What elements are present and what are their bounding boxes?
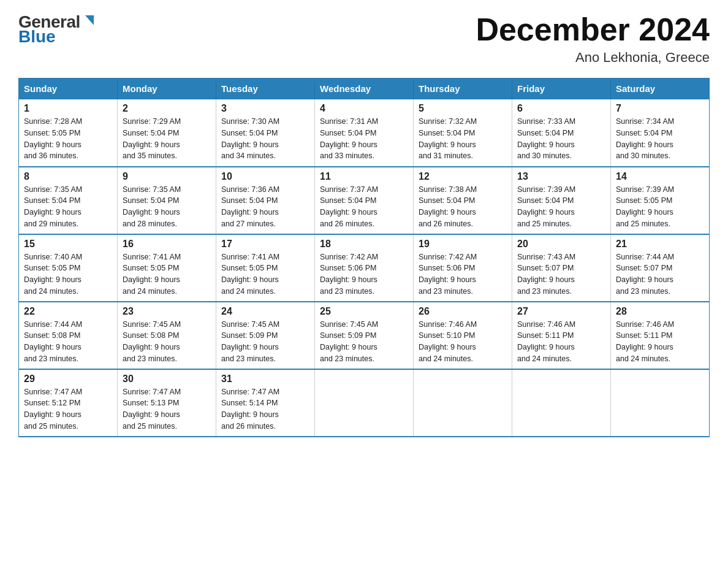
day-number: 26 (419, 306, 507, 317)
day-info: Sunrise: 7:47 AM Sunset: 5:13 PM Dayligh… (123, 386, 211, 432)
day-info: Sunrise: 7:38 AM Sunset: 5:04 PM Dayligh… (419, 184, 507, 230)
day-info: Sunrise: 7:41 AM Sunset: 5:05 PM Dayligh… (123, 251, 211, 297)
day-number: 3 (221, 103, 309, 114)
calendar-weekday-thursday: Thursday (414, 79, 512, 99)
calendar-cell: 13Sunrise: 7:39 AM Sunset: 5:04 PM Dayli… (512, 167, 611, 234)
day-number: 10 (221, 171, 309, 182)
calendar-cell: 15Sunrise: 7:40 AM Sunset: 5:05 PM Dayli… (19, 234, 118, 302)
day-number: 9 (123, 171, 211, 182)
day-info: Sunrise: 7:46 AM Sunset: 5:10 PM Dayligh… (419, 319, 507, 365)
day-number: 23 (123, 306, 211, 317)
calendar-cell: 17Sunrise: 7:41 AM Sunset: 5:05 PM Dayli… (216, 234, 315, 302)
calendar-week-row: 29Sunrise: 7:47 AM Sunset: 5:12 PM Dayli… (19, 369, 710, 437)
calendar-cell: 12Sunrise: 7:38 AM Sunset: 5:04 PM Dayli… (414, 167, 512, 234)
calendar-cell (512, 369, 611, 437)
svg-marker-0 (85, 15, 94, 25)
calendar-cell: 16Sunrise: 7:41 AM Sunset: 5:05 PM Dayli… (118, 234, 216, 302)
day-number: 5 (419, 103, 507, 114)
day-info: Sunrise: 7:32 AM Sunset: 5:04 PM Dayligh… (419, 116, 507, 162)
calendar-cell (414, 369, 512, 437)
calendar-cell: 4Sunrise: 7:31 AM Sunset: 5:04 PM Daylig… (315, 99, 414, 167)
month-title: December 2024 (476, 12, 710, 47)
calendar-weekday-monday: Monday (118, 79, 216, 99)
calendar-weekday-saturday: Saturday (611, 79, 710, 99)
day-info: Sunrise: 7:45 AM Sunset: 5:09 PM Dayligh… (221, 319, 309, 365)
day-info: Sunrise: 7:45 AM Sunset: 5:08 PM Dayligh… (123, 319, 211, 365)
calendar-cell: 29Sunrise: 7:47 AM Sunset: 5:12 PM Dayli… (19, 369, 118, 437)
calendar-cell: 18Sunrise: 7:42 AM Sunset: 5:06 PM Dayli… (315, 234, 414, 302)
calendar-weekday-wednesday: Wednesday (315, 79, 414, 99)
calendar-header-row: SundayMondayTuesdayWednesdayThursdayFrid… (19, 79, 710, 99)
logo-arrow-icon (83, 14, 96, 30)
calendar-cell: 25Sunrise: 7:45 AM Sunset: 5:09 PM Dayli… (315, 302, 414, 369)
day-info: Sunrise: 7:30 AM Sunset: 5:04 PM Dayligh… (221, 116, 309, 162)
day-info: Sunrise: 7:44 AM Sunset: 5:08 PM Dayligh… (24, 319, 112, 365)
day-info: Sunrise: 7:44 AM Sunset: 5:07 PM Dayligh… (616, 251, 704, 297)
logo: General Blue (18, 12, 96, 47)
day-number: 6 (517, 103, 605, 114)
title-block: December 2024 Ano Lekhonia, Greece (476, 12, 710, 66)
day-info: Sunrise: 7:31 AM Sunset: 5:04 PM Dayligh… (320, 116, 408, 162)
day-info: Sunrise: 7:42 AM Sunset: 5:06 PM Dayligh… (419, 251, 507, 297)
day-info: Sunrise: 7:43 AM Sunset: 5:07 PM Dayligh… (517, 251, 605, 297)
day-info: Sunrise: 7:42 AM Sunset: 5:06 PM Dayligh… (320, 251, 408, 297)
day-info: Sunrise: 7:47 AM Sunset: 5:14 PM Dayligh… (221, 386, 309, 432)
calendar-cell: 6Sunrise: 7:33 AM Sunset: 5:04 PM Daylig… (512, 99, 611, 167)
calendar-cell: 23Sunrise: 7:45 AM Sunset: 5:08 PM Dayli… (118, 302, 216, 369)
calendar-week-row: 1Sunrise: 7:28 AM Sunset: 5:05 PM Daylig… (19, 99, 710, 167)
calendar-cell: 22Sunrise: 7:44 AM Sunset: 5:08 PM Dayli… (19, 302, 118, 369)
day-number: 18 (320, 239, 408, 250)
day-number: 22 (24, 306, 112, 317)
day-number: 11 (320, 171, 408, 182)
calendar-cell: 30Sunrise: 7:47 AM Sunset: 5:13 PM Dayli… (118, 369, 216, 437)
day-info: Sunrise: 7:36 AM Sunset: 5:04 PM Dayligh… (221, 184, 309, 230)
day-number: 29 (24, 373, 112, 385)
calendar-cell (611, 369, 710, 437)
calendar-weekday-friday: Friday (512, 79, 611, 99)
calendar-cell: 19Sunrise: 7:42 AM Sunset: 5:06 PM Dayli… (414, 234, 512, 302)
day-number: 24 (221, 306, 309, 317)
calendar-cell (315, 369, 414, 437)
calendar-cell: 20Sunrise: 7:43 AM Sunset: 5:07 PM Dayli… (512, 234, 611, 302)
day-number: 15 (24, 239, 112, 250)
calendar-week-row: 15Sunrise: 7:40 AM Sunset: 5:05 PM Dayli… (19, 234, 710, 302)
day-number: 4 (320, 103, 408, 114)
day-info: Sunrise: 7:29 AM Sunset: 5:04 PM Dayligh… (123, 116, 211, 162)
calendar-cell: 11Sunrise: 7:37 AM Sunset: 5:04 PM Dayli… (315, 167, 414, 234)
day-number: 13 (517, 171, 605, 182)
calendar-cell: 7Sunrise: 7:34 AM Sunset: 5:04 PM Daylig… (611, 99, 710, 167)
calendar-cell: 9Sunrise: 7:35 AM Sunset: 5:04 PM Daylig… (118, 167, 216, 234)
day-info: Sunrise: 7:37 AM Sunset: 5:04 PM Dayligh… (320, 184, 408, 230)
day-number: 28 (616, 306, 704, 317)
day-info: Sunrise: 7:39 AM Sunset: 5:05 PM Dayligh… (616, 184, 704, 230)
day-number: 12 (419, 171, 507, 182)
day-number: 30 (123, 373, 211, 385)
day-number: 31 (221, 373, 309, 385)
calendar-week-row: 22Sunrise: 7:44 AM Sunset: 5:08 PM Dayli… (19, 302, 710, 369)
day-info: Sunrise: 7:45 AM Sunset: 5:09 PM Dayligh… (320, 319, 408, 365)
day-info: Sunrise: 7:46 AM Sunset: 5:11 PM Dayligh… (517, 319, 605, 365)
day-info: Sunrise: 7:28 AM Sunset: 5:05 PM Dayligh… (24, 116, 112, 162)
logo-blue-text: Blue (18, 27, 56, 47)
day-info: Sunrise: 7:40 AM Sunset: 5:05 PM Dayligh… (24, 251, 112, 297)
calendar-cell: 10Sunrise: 7:36 AM Sunset: 5:04 PM Dayli… (216, 167, 315, 234)
day-number: 27 (517, 306, 605, 317)
calendar-weekday-tuesday: Tuesday (216, 79, 315, 99)
day-info: Sunrise: 7:34 AM Sunset: 5:04 PM Dayligh… (616, 116, 704, 162)
day-number: 8 (24, 171, 112, 182)
day-info: Sunrise: 7:39 AM Sunset: 5:04 PM Dayligh… (517, 184, 605, 230)
day-number: 20 (517, 239, 605, 250)
day-info: Sunrise: 7:35 AM Sunset: 5:04 PM Dayligh… (123, 184, 211, 230)
day-number: 1 (24, 103, 112, 114)
calendar-cell: 2Sunrise: 7:29 AM Sunset: 5:04 PM Daylig… (118, 99, 216, 167)
calendar-cell: 5Sunrise: 7:32 AM Sunset: 5:04 PM Daylig… (414, 99, 512, 167)
calendar-cell: 1Sunrise: 7:28 AM Sunset: 5:05 PM Daylig… (19, 99, 118, 167)
day-number: 25 (320, 306, 408, 317)
day-info: Sunrise: 7:33 AM Sunset: 5:04 PM Dayligh… (517, 116, 605, 162)
day-info: Sunrise: 7:47 AM Sunset: 5:12 PM Dayligh… (24, 386, 112, 432)
calendar-week-row: 8Sunrise: 7:35 AM Sunset: 5:04 PM Daylig… (19, 167, 710, 234)
calendar-cell: 8Sunrise: 7:35 AM Sunset: 5:04 PM Daylig… (19, 167, 118, 234)
calendar-cell: 3Sunrise: 7:30 AM Sunset: 5:04 PM Daylig… (216, 99, 315, 167)
calendar-table: SundayMondayTuesdayWednesdayThursdayFrid… (18, 78, 710, 437)
day-info: Sunrise: 7:41 AM Sunset: 5:05 PM Dayligh… (221, 251, 309, 297)
